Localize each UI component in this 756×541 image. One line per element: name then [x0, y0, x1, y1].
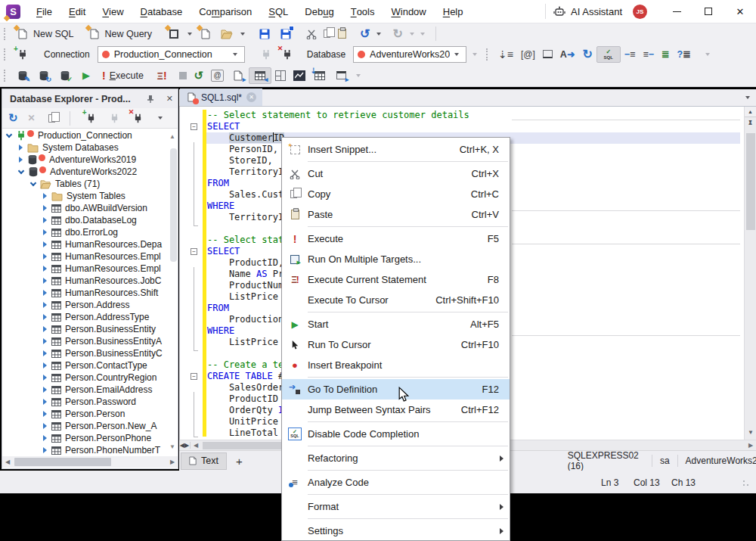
- expand-icon[interactable]: [43, 423, 47, 429]
- expand-icon[interactable]: [43, 314, 47, 320]
- menu-item-format[interactable]: Format: [282, 496, 510, 517]
- cut-button[interactable]: [301, 26, 322, 42]
- add-view-button[interactable]: +: [227, 455, 252, 468]
- resize-grip[interactable]: [742, 480, 751, 489]
- expand-icon[interactable]: [43, 290, 47, 296]
- format-wizard-button[interactable]: ?≣: [673, 46, 694, 63]
- save-button[interactable]: [254, 26, 275, 42]
- menu-item-refactoring[interactable]: Refactoring: [282, 448, 510, 468]
- expand-icon[interactable]: [43, 362, 47, 368]
- menu-item-cut[interactable]: CutCtrl+X: [282, 163, 510, 184]
- open-file-button[interactable]: [216, 26, 237, 42]
- scroll-right-icon[interactable]: ▶: [167, 459, 178, 465]
- menu-item-disable-code-completion[interactable]: ✓SQLDisable Code Completion: [282, 424, 510, 444]
- tree-item[interactable]: HumanResources.JobC: [2, 275, 167, 287]
- expand-icon[interactable]: [43, 229, 47, 235]
- menu-item-insert-breakpoint[interactable]: ●Insert Breakpoint: [282, 355, 510, 375]
- scroll-up-icon[interactable]: ▲: [745, 117, 756, 129]
- explorer-toolbar-dropdown[interactable]: [158, 117, 163, 120]
- menu-item-settings[interactable]: Settings: [282, 521, 510, 541]
- format-document-button[interactable]: ≣: [658, 46, 673, 63]
- change-case-button[interactable]: A➜: [556, 46, 579, 63]
- expand-icon[interactable]: [43, 447, 47, 453]
- menu-item-run-on-multiple-targets[interactable]: Run On Multiple Targets...: [282, 249, 510, 269]
- scroll-down-icon[interactable]: ▼: [745, 427, 756, 438]
- connection-disabled-icon[interactable]: [108, 111, 122, 125]
- toolbar-grip[interactable]: [486, 48, 488, 61]
- tab-sql1[interactable]: SQL1.sql* ✕: [180, 89, 262, 106]
- expand-icon[interactable]: [43, 302, 47, 308]
- menu-database[interactable]: Database: [132, 3, 191, 20]
- new-document-dropdown[interactable]: [187, 33, 192, 36]
- decrease-indent-button[interactable]: −≡: [621, 46, 640, 63]
- expand-icon[interactable]: [43, 411, 47, 417]
- menu-file[interactable]: File: [28, 3, 60, 20]
- tree-item[interactable]: Production_Connection: [2, 129, 167, 141]
- expand-icon[interactable]: [43, 435, 47, 441]
- results-to-grid-toggle[interactable]: ◂: [249, 67, 271, 84]
- edit-database-button[interactable]: ✎: [12, 67, 33, 84]
- tree-item[interactable]: Person.AddressType: [2, 311, 167, 323]
- bind-parameters-button[interactable]: @: [207, 67, 228, 84]
- tree-item[interactable]: AdventureWorks2022: [2, 166, 167, 178]
- tab-close-icon[interactable]: ✕: [246, 92, 256, 102]
- tree-item[interactable]: Person.ContactType: [2, 359, 167, 372]
- database-extra-dropdown[interactable]: [472, 53, 477, 56]
- scroll-left-icon[interactable]: ◀: [2, 459, 13, 465]
- tree-item[interactable]: Person.Person.New_A: [2, 420, 167, 432]
- toolbar2-overflow-dropdown[interactable]: [705, 53, 710, 56]
- tree-item[interactable]: dbo.ErrorLog: [2, 226, 167, 238]
- expand-icon[interactable]: [43, 350, 47, 356]
- expand-icon[interactable]: [43, 193, 47, 199]
- expand-icon[interactable]: [43, 278, 47, 284]
- tree-horizontal-scrollbar[interactable]: ◀ ▶: [2, 456, 178, 468]
- expand-icon[interactable]: [43, 217, 47, 223]
- menu-item-execute[interactable]: !ExecuteF5: [282, 229, 510, 249]
- start-debug-button[interactable]: ▶: [79, 67, 94, 84]
- tree-item[interactable]: dbo.AWBuildVersion: [2, 202, 167, 214]
- hscrollbar-thumb[interactable]: [203, 442, 286, 449]
- refresh-database-button[interactable]: ↻: [33, 67, 54, 84]
- save-all-button[interactable]: [275, 26, 296, 42]
- database-combobox[interactable]: AdventureWorks20...: [353, 46, 466, 63]
- toolbar3-overflow-dropdown[interactable]: [356, 74, 361, 77]
- menu-item-run-to-cursor[interactable]: Run To CursorCtrl+F10: [282, 334, 510, 355]
- menu-debug[interactable]: Debug: [296, 3, 342, 20]
- refresh-tree-icon[interactable]: ↻: [8, 111, 18, 125]
- menu-item-analyze-code[interactable]: ≡Analyze Code: [282, 472, 510, 493]
- user-avatar[interactable]: JS: [633, 5, 647, 19]
- new-connection-button[interactable]: +: [12, 46, 33, 63]
- new-window-button[interactable]: ▸: [330, 67, 352, 84]
- new-document-button[interactable]: [163, 26, 184, 42]
- expand-icon[interactable]: [43, 375, 47, 381]
- execute-to-file-button[interactable]: ▸: [228, 67, 249, 84]
- tree-item[interactable]: Person.CountryRegion: [2, 372, 167, 384]
- expand-icon[interactable]: [43, 338, 47, 344]
- remove-connection-icon[interactable]: ✕: [132, 111, 145, 125]
- tree-scroll-up-icon[interactable]: ▲: [169, 133, 175, 140]
- fold-collapse-icon[interactable]: −: [191, 248, 197, 255]
- menu-item-go-to-definition[interactable]: Go To DefinitionF12: [282, 379, 510, 400]
- import-data-button[interactable]: ⇣: [309, 67, 330, 84]
- editor-vertical-scrollbar[interactable]: ▲▼ ▲ ▼: [744, 107, 756, 440]
- new-sql-button[interactable]: New SQL: [12, 26, 78, 42]
- redo-dropdown[interactable]: [410, 33, 414, 36]
- menu-view[interactable]: View: [94, 3, 132, 20]
- toolbar-grip[interactable]: [4, 28, 6, 40]
- tree-item[interactable]: HumanResources.Empl: [2, 250, 167, 263]
- menu-item-start[interactable]: ▶StartAlt+F5: [282, 314, 510, 334]
- fold-collapse-icon[interactable]: −: [191, 123, 197, 130]
- expand-icon[interactable]: [43, 326, 47, 332]
- collapse-icon[interactable]: [18, 167, 24, 173]
- expand-icon[interactable]: [43, 205, 47, 211]
- menu-item-copy[interactable]: CopyCtrl+C: [282, 184, 510, 204]
- expand-icon[interactable]: [43, 253, 47, 260]
- menu-item-execute-current-statement[interactable]: Ξ!Execute Current StatementF8: [282, 269, 510, 290]
- rename-button[interactable]: [539, 46, 556, 63]
- expand-icon[interactable]: [19, 157, 23, 163]
- tab-list-dropdown[interactable]: [745, 96, 750, 99]
- menu-help[interactable]: Help: [435, 3, 472, 20]
- expand-icon[interactable]: [43, 387, 47, 393]
- toolbar-grip[interactable]: [4, 48, 6, 61]
- menu-item-jump-between-syntax-pairs[interactable]: Jump Between Syntax PairsCtrl+F12: [282, 400, 510, 420]
